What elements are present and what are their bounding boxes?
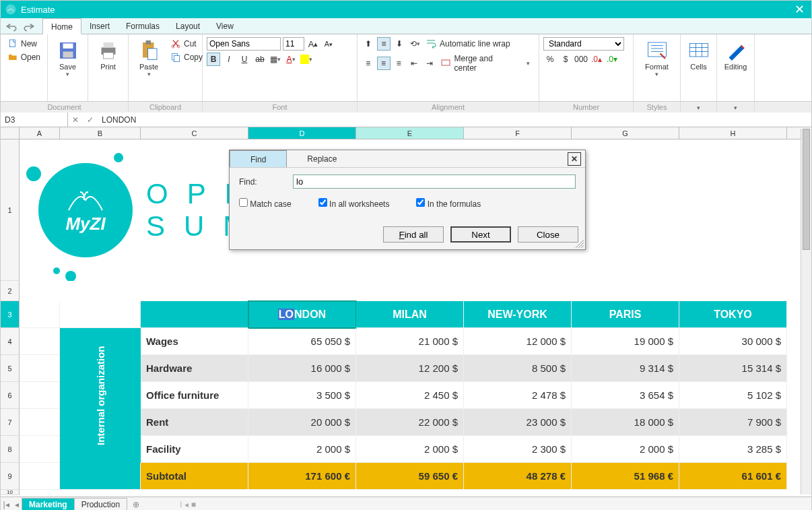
data-cell[interactable]: 20 000 $ (248, 409, 356, 436)
match-case-checkbox[interactable]: Match case (239, 198, 292, 209)
data-cell[interactable]: 15 314 $ (679, 355, 787, 382)
save-button[interactable]: Save▾ (52, 37, 84, 79)
data-cell[interactable]: 65 050 $ (248, 328, 356, 355)
copy-button[interactable]: Copy (168, 51, 205, 64)
new-button[interactable]: New (5, 37, 43, 51)
data-cell[interactable]: 2 000 $ (572, 436, 679, 463)
row-9-header[interactable]: 9 (1, 463, 20, 490)
font-color-button[interactable]: A▾ (284, 53, 298, 66)
window-close-button[interactable]: ✕ (792, 2, 807, 17)
col-E[interactable]: E (356, 127, 464, 139)
data-cell[interactable]: 2 000 $ (356, 436, 464, 463)
fill-color-button[interactable]: ▾ (300, 53, 313, 66)
data-cell[interactable]: 12 000 $ (464, 328, 572, 355)
find-all-button[interactable]: Find all (383, 226, 444, 243)
percent-button[interactable]: % (543, 53, 557, 66)
row-4-header[interactable]: 4 (1, 328, 20, 355)
col-C[interactable]: C (141, 127, 248, 139)
row-label[interactable]: Rent (141, 409, 248, 436)
cut-button[interactable]: Cut (168, 37, 205, 51)
sheet-production[interactable]: Production (74, 498, 127, 510)
row-label[interactable]: Facility (141, 436, 248, 463)
col-header-blank[interactable] (141, 301, 248, 328)
resize-grip-icon[interactable] (576, 240, 584, 248)
align-middle-button[interactable]: ≡ (377, 37, 391, 51)
category-label[interactable]: Internal organization (60, 328, 141, 463)
tab-home[interactable]: Home (42, 18, 81, 34)
strike-button[interactable]: ab (253, 53, 267, 66)
cancel-edit-icon[interactable]: ✕ (68, 115, 83, 125)
row-5-header[interactable]: 5 (1, 355, 20, 382)
row-7-header[interactable]: 7 (1, 409, 20, 436)
tab-view[interactable]: View (208, 18, 242, 34)
select-all-corner[interactable] (1, 127, 20, 139)
data-cell[interactable]: 19 000 $ (572, 328, 679, 355)
data-cell[interactable]: 3 500 $ (248, 382, 356, 409)
header-paris[interactable]: PARIS (572, 301, 679, 328)
merge-button[interactable]: Merge and center (438, 53, 519, 74)
header-milan[interactable]: MILAN (356, 301, 464, 328)
sheet-prev-button[interactable]: ◂ (11, 500, 22, 509)
undo-button[interactable] (5, 20, 18, 33)
data-cell[interactable]: 16 000 $ (248, 355, 356, 382)
align-right-button[interactable]: ≡ (393, 57, 406, 70)
indent-inc-button[interactable]: ⇥ (423, 57, 436, 70)
row-6-header[interactable]: 6 (1, 382, 20, 409)
header-newyork[interactable]: NEW-YORK (464, 301, 572, 328)
align-center-button[interactable]: ≡ (377, 57, 391, 70)
confirm-edit-icon[interactable]: ✓ (83, 115, 98, 125)
align-top-button[interactable]: ⬆ (362, 37, 375, 51)
shrink-font-button[interactable]: A▾ (322, 37, 335, 51)
data-cell[interactable]: 8 500 $ (464, 355, 572, 382)
add-sheet-button[interactable]: ⊕ (133, 500, 139, 509)
dec-inc-button[interactable]: .0▴ (590, 53, 603, 66)
data-cell[interactable]: 30 000 $ (679, 328, 787, 355)
font-size-select[interactable] (283, 37, 304, 51)
close-button[interactable]: Close (518, 226, 578, 243)
row-3-header[interactable]: 3 (1, 301, 20, 328)
dialog-tab-replace[interactable]: Replace (287, 150, 357, 167)
row-label[interactable]: Wages (141, 328, 248, 355)
data-cell[interactable]: 18 000 $ (572, 409, 679, 436)
formula-value[interactable]: LONDON (98, 115, 811, 125)
row-8-header[interactable]: 8 (1, 436, 20, 463)
dialog-tab-find[interactable]: Find (230, 150, 287, 167)
data-cell[interactable]: 21 000 $ (356, 328, 464, 355)
dialog-close-button[interactable]: ✕ (568, 152, 581, 166)
row-label[interactable]: Office furniture (141, 382, 248, 409)
data-cell[interactable]: 12 200 $ (356, 355, 464, 382)
cells-button[interactable]: Cells (683, 37, 715, 72)
align-bottom-button[interactable]: ⬇ (393, 37, 406, 51)
col-F[interactable]: F (464, 127, 572, 139)
data-cell[interactable]: 2 300 $ (464, 436, 572, 463)
currency-button[interactable]: $ (559, 53, 572, 66)
editing-button[interactable]: Editing (720, 37, 752, 72)
col-H[interactable]: H (679, 127, 787, 139)
sheet-marketing[interactable]: Marketing (22, 498, 75, 510)
data-cell[interactable]: 3 654 $ (572, 382, 679, 409)
underline-button[interactable]: U (238, 53, 251, 66)
tab-insert[interactable]: Insert (81, 18, 118, 34)
in-formulas-checkbox[interactable]: In the formulas (416, 198, 481, 209)
data-cell[interactable]: 7 900 $ (679, 409, 787, 436)
subtotal-label[interactable]: Subtotal (141, 463, 248, 490)
align-left-button[interactable]: ≡ (362, 57, 375, 70)
data-cell[interactable]: 22 000 $ (356, 409, 464, 436)
open-button[interactable]: Open (5, 51, 43, 64)
data-cell[interactable]: 23 000 $ (464, 409, 572, 436)
data-cell[interactable]: 9 314 $ (572, 355, 679, 382)
paste-button[interactable]: Paste▾ (133, 37, 165, 79)
row-2-header[interactable]: 2 (1, 281, 20, 301)
row-1-header[interactable]: 1 (1, 139, 20, 281)
grow-font-button[interactable]: A▴ (306, 37, 320, 51)
redo-button[interactable] (22, 20, 36, 33)
next-button[interactable]: Next (450, 226, 511, 243)
col-G[interactable]: G (572, 127, 679, 139)
number-format-select[interactable]: Standard (543, 37, 624, 51)
italic-button[interactable]: I (222, 53, 236, 66)
tab-formulas[interactable]: Formulas (118, 18, 168, 34)
header-tokyo[interactable]: TOKYO (679, 301, 787, 328)
col-A[interactable]: A (20, 127, 60, 139)
format-button[interactable]: Format▾ (641, 37, 673, 79)
cell-reference[interactable]: D3 (1, 113, 68, 127)
